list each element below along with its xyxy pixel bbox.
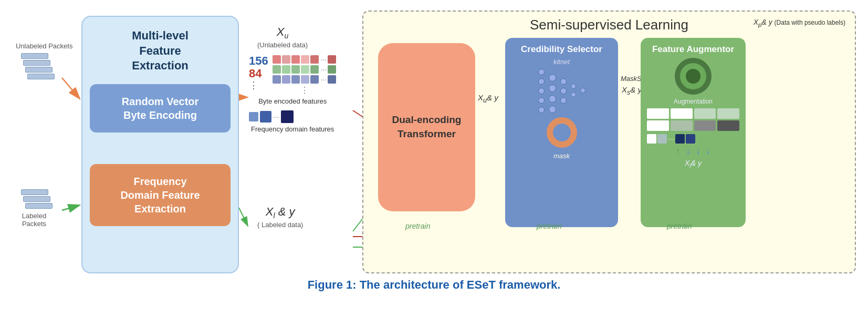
xu-label: Xu (Unlabeled data) <box>257 25 308 49</box>
labeled-label: LabeledPackets <box>16 212 53 228</box>
rvbe-box: Random VectorByte Encoding <box>90 84 231 132</box>
freq-features-label: Frequency domain features <box>249 125 336 133</box>
xs-y-label: Xs& y <box>622 85 642 96</box>
multilevel-title: Multi-levelFeatureExtraction <box>90 28 231 74</box>
packet-item <box>23 196 50 202</box>
cs-mask-label: mask <box>511 152 612 160</box>
xl-y-in-fa: Xl& y <box>647 159 739 169</box>
pretrain-cs: pretrain <box>537 222 561 230</box>
det-title: Dual-encoding Transformer <box>378 113 475 141</box>
feature-viz: 156 84 ⋮ ··· <box>249 55 336 133</box>
cs-title: Credibility Selector <box>511 44 612 55</box>
xl-desc: ( Labeled data) <box>257 221 303 229</box>
multilevel-box: Multi-levelFeatureExtraction Random Vect… <box>81 16 239 273</box>
pretrain-det: pretrain <box>405 222 430 230</box>
svg-line-7 <box>62 78 80 99</box>
svg-line-8 <box>62 205 80 210</box>
aug-label: Augmentation <box>647 98 739 105</box>
packet-item <box>23 60 50 66</box>
byte-num-84: 84 <box>249 68 268 79</box>
cs-donut <box>547 117 577 148</box>
augment-inner <box>686 69 700 84</box>
caption-area: Figure 1: The architecture of ESeT frame… <box>0 278 868 292</box>
xl-text: Xl & y <box>266 205 295 218</box>
diagram-container: Unlabeled Packets LabeledPackets Multi-l… <box>0 0 868 294</box>
pretrain-fa: pretrain <box>667 222 692 230</box>
byte-features-label: Byte encoded features <box>249 97 336 105</box>
augment-circle <box>675 58 712 95</box>
xu-desc: (Unlabeled data) <box>257 41 308 49</box>
fa-title: Feature Augmentor <box>647 44 739 55</box>
packet-item <box>21 189 48 195</box>
unlabeled-packets-area: Unlabeled Packets <box>16 42 72 79</box>
figure-caption: Figure 1: The architecture of ESeT frame… <box>308 278 561 291</box>
ssl-outer-box: Semi-supervised Learning Xp& y (Data wit… <box>362 11 856 273</box>
packet-item <box>25 203 53 209</box>
xu-y-label: Xu& y <box>478 93 498 104</box>
packet-item <box>21 53 48 59</box>
xp-label: Xp& y (Data with pseudo labels) <box>754 18 845 28</box>
packet-item <box>25 67 53 73</box>
fdfe-box: FrequencyDomain FeatureExtraction <box>90 164 231 226</box>
xl-label: Xl & y ( Labeled data) <box>257 205 303 229</box>
svg-line-10 <box>239 208 248 226</box>
cs-box: Credibility Selector kitnet <box>505 38 618 227</box>
det-box: Dual-encoding Transformer <box>378 43 475 211</box>
unlabeled-label: Unlabeled Packets <box>16 42 72 50</box>
byte-num-156: 156 <box>249 55 268 67</box>
xu-text: Xu <box>277 25 288 38</box>
cs-kitnet: kitnet <box>511 58 612 66</box>
labeled-packets-area: LabeledPackets <box>16 189 53 228</box>
packet-item <box>27 74 55 79</box>
fa-box: Feature Augmentor Augmentation <box>641 38 746 227</box>
